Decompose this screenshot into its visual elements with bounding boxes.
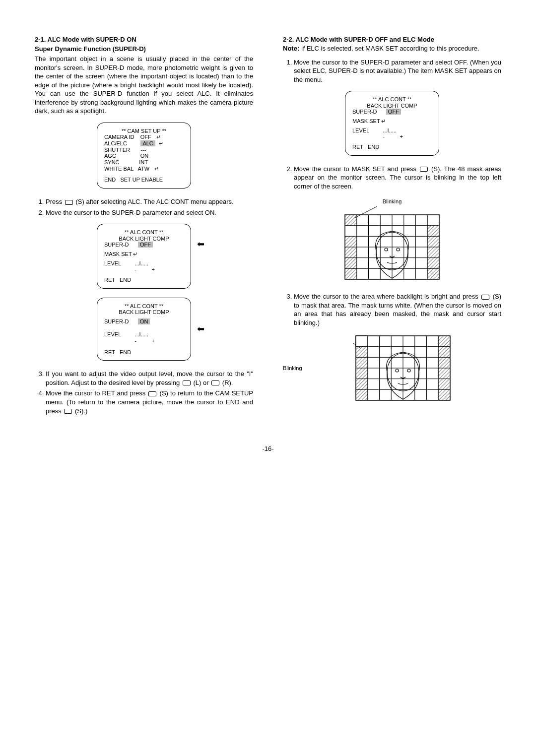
alc-cont-on-menu: ** ALC CONT ** BACK LIGHT COMP SUPER-D O… (97, 298, 191, 361)
alc-cont-off-menu: ** ALC CONT ** BACK LIGHT COMP SUPER-D O… (97, 224, 191, 288)
svg-rect-52 (439, 378, 451, 389)
alc-cont-right-menu: ** ALC CONT ** BACK LIGHT COMP SUPER-D O… (345, 91, 439, 155)
svg-rect-16 (345, 237, 357, 248)
left-column: 2-1. ALC Mode with SUPER-D ON Super Dyna… (35, 30, 253, 420)
m1-l2a: ALC/ELC (104, 140, 127, 146)
svg-point-56 (396, 369, 399, 372)
m1-l5b: INT (139, 159, 148, 165)
sec-2-1-steps-a: Press (S) after selecting ALC. The ALC C… (35, 197, 253, 217)
m3-l3a: LEVEL (104, 331, 121, 337)
m2-l3a: LEVEL (104, 260, 121, 266)
mask-grid-figure-1: Blinking (283, 196, 501, 283)
m2-l1a: SUPER-D (104, 242, 129, 248)
m1-l3a: SHUTTER (104, 147, 130, 153)
m3-l3b: ...I..... (134, 331, 148, 337)
svg-rect-18 (345, 258, 357, 269)
m3-sub: BACK LIGHT COMP (104, 309, 184, 315)
set-button-icon (420, 167, 428, 172)
rm1-l3c: - + (352, 133, 432, 140)
svg-rect-23 (427, 258, 439, 269)
m2-l3c: - + (104, 266, 184, 273)
m2-l3b: ...I..... (134, 260, 148, 266)
alc-cont-on-container: ** ALC CONT ** BACK LIGHT COMP SUPER-D O… (35, 298, 253, 361)
svg-rect-22 (427, 247, 439, 258)
svg-rect-45 (356, 368, 368, 379)
svg-rect-44 (356, 357, 368, 368)
m1-end: END SET UP ENABLE (104, 177, 184, 183)
rm1-l1a: SUPER-D (352, 109, 377, 115)
rm1-l2a: MASK SET ↵ (352, 118, 432, 125)
svg-rect-48 (439, 336, 451, 347)
m1-l1b: OFF (140, 134, 151, 140)
m3-l1a: SUPER-D (104, 318, 129, 324)
sec-2-2-steps-c: Move the cursor to the area where backli… (283, 292, 501, 327)
m1-l4b: ON (140, 153, 149, 159)
m1-l2b: ALC (140, 140, 155, 146)
r-step-3: Move the cursor to the area where backli… (294, 292, 501, 327)
m2-l1b: OFF (138, 242, 153, 248)
svg-rect-50 (439, 357, 451, 368)
svg-rect-54 (356, 336, 368, 347)
mask-grid-svg-1 (340, 204, 444, 283)
sec-2-2-title: 2-2. ALC Mode with SUPER-D OFF and ELC M… (283, 36, 501, 43)
step-2: Move the cursor to the SUPER-D parameter… (46, 208, 253, 217)
left-arrow-icon: ⬅ (197, 239, 204, 250)
svg-rect-43 (356, 346, 368, 357)
sec-2-1-subheading: Super Dynamic Function (SUPER-D) (35, 45, 253, 53)
rm1-ret: RET END (352, 144, 432, 150)
m1-l1a: CAMERA ID (104, 134, 134, 140)
blinking-label-top: Blinking (383, 198, 402, 204)
rm1-l3b: ...I..... (383, 127, 397, 133)
m2-title: ** ALC CONT ** (104, 229, 184, 236)
svg-line-0 (355, 206, 377, 218)
note: Note: If ELC is selected, set MASK SET a… (283, 44, 501, 53)
svg-rect-17 (345, 247, 357, 258)
step-1: Press (S) after selecting ALC. The ALC C… (46, 197, 253, 206)
m1-l3b: --- (140, 147, 146, 153)
cam-setup-menu-container: ** CAM SET UP ** CAMERA ID OFF ↵ ALC/ELC… (35, 123, 253, 189)
sec-2-1-steps-b: If you want to adjust the video output l… (35, 370, 253, 415)
svg-rect-46 (356, 378, 368, 389)
m2-ret: RET END (104, 277, 184, 283)
mask-grid-figure-2-wrap: Blinking (283, 333, 501, 403)
svg-rect-24 (427, 269, 439, 280)
blinking-label-side: Blinking (283, 365, 302, 371)
svg-point-27 (397, 248, 400, 251)
rm1-title: ** ALC CONT ** (352, 96, 432, 103)
cam-setup-menu: ** CAM SET UP ** CAMERA ID OFF ↵ ALC/ELC… (97, 123, 191, 189)
rm1-l1b: OFF (386, 109, 401, 115)
step-3: If you want to adjust the video output l… (46, 370, 253, 387)
m2-l2a: MASK SET ↵ (104, 251, 184, 257)
return-arrow-icon: ↵ (157, 140, 163, 147)
svg-rect-21 (427, 237, 439, 248)
note-label: Note: (283, 45, 299, 52)
r-step-2: Move the cursor to MASK SET and press (S… (294, 165, 501, 191)
m3-l3c: - + (104, 338, 184, 344)
svg-rect-51 (439, 368, 451, 379)
alc-cont-right-container: ** ALC CONT ** BACK LIGHT COMP SUPER-D O… (283, 91, 501, 155)
svg-rect-15 (345, 215, 357, 226)
return-arrow-icon: ↵ (151, 166, 159, 172)
set-button-icon (64, 409, 72, 414)
set-button-icon (211, 380, 219, 385)
m1-l4a: AGC (104, 153, 116, 159)
m3-title: ** ALC CONT ** (104, 303, 184, 310)
svg-rect-49 (439, 346, 451, 357)
step-4: Move the cursor to RET and press (S) to … (46, 389, 253, 415)
sec-2-2-steps-a: Move the cursor to the SUPER-D parameter… (283, 58, 501, 84)
set-button-icon (148, 391, 156, 396)
note-text: If ELC is selected, set MASK SET accordi… (299, 45, 479, 52)
m3-ret: RET END (104, 349, 184, 356)
rm1-l3a: LEVEL (352, 127, 369, 133)
menu1-title: ** CAM SET UP ** (104, 128, 184, 134)
sec-2-1-title: 2-1. ALC Mode with SUPER-D ON (35, 36, 253, 43)
sec-2-2-steps-b: Move the cursor to MASK SET and press (S… (283, 165, 501, 191)
svg-rect-19 (345, 269, 357, 280)
sec-2-1-intro: The important object in a scene is usual… (35, 55, 253, 116)
svg-point-26 (385, 248, 388, 251)
alc-cont-off-container: ** ALC CONT ** BACK LIGHT COMP SUPER-D O… (35, 224, 253, 288)
svg-rect-53 (439, 389, 451, 400)
m2-sub: BACK LIGHT COMP (104, 236, 184, 242)
rm1-sub: BACK LIGHT COMP (352, 103, 432, 109)
left-arrow-icon: ⬅ (197, 324, 204, 334)
